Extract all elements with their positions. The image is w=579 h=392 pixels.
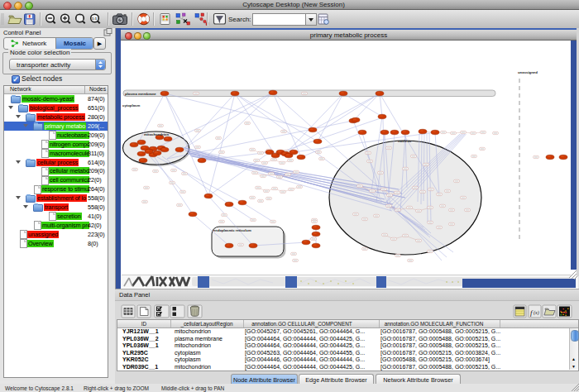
svg-text:endoplasmic reticulum: endoplasmic reticulum <box>213 228 251 232</box>
svg-text:cytoplasm: cytoplasm <box>122 103 140 108</box>
svg-text:unassigned: unassigned <box>518 70 538 74</box>
svg-text:1:1: 1:1 <box>92 17 98 21</box>
svg-text:nucleus: nucleus <box>398 139 412 143</box>
svg-text:mitochondrion: mitochondrion <box>144 132 169 136</box>
svg-text:plasma membrane: plasma membrane <box>125 92 156 96</box>
svg-text:(x): (x) <box>534 310 539 316</box>
